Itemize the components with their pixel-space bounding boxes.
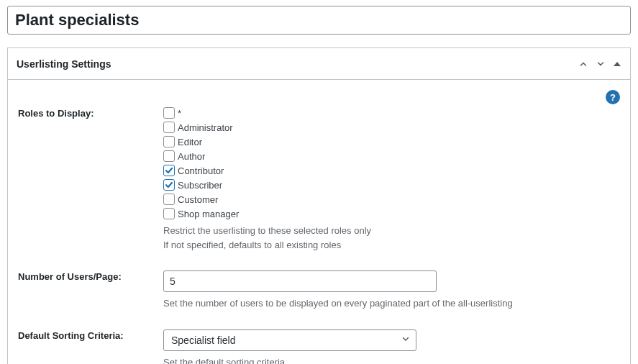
roles-desc-line1: Restrict the userlisting to these select… — [163, 224, 620, 238]
role-checkbox[interactable] — [163, 122, 175, 133]
role-checkbox[interactable] — [163, 107, 175, 119]
panel-body: Roles to Display: *AdministratorEditorAu… — [8, 104, 630, 364]
help-row: ? — [8, 80, 630, 104]
userlisting-settings-panel: Userlisting Settings ? Roles to Display:… — [7, 47, 631, 364]
role-option-label: Shop manager — [178, 209, 239, 219]
role-checkbox[interactable] — [163, 150, 175, 162]
sorting-label: Default Sorting Criteria: — [18, 329, 163, 341]
sorting-desc-line1: Set the default sorting criteria — [163, 355, 620, 365]
users-per-page-desc: Set the number of users to be displayed … — [163, 296, 620, 311]
role-option-label: Customer — [178, 194, 218, 205]
users-per-page-row: Number of Users/Page: Set the number of … — [18, 270, 620, 311]
role-option-label: Subscriber — [178, 180, 222, 191]
help-glyph: ? — [610, 92, 616, 103]
role-option: Editor — [163, 136, 620, 147]
users-per-page-input[interactable] — [163, 270, 437, 292]
sorting-body: Specialist field Set the default sorting… — [163, 329, 620, 365]
help-icon[interactable]: ? — [606, 90, 620, 104]
panel-header: Userlisting Settings — [8, 48, 630, 80]
roles-body: *AdministratorEditorAuthorContributorSub… — [163, 107, 620, 252]
roles-list: *AdministratorEditorAuthorContributorSub… — [163, 107, 620, 219]
role-option: Shop manager — [163, 208, 620, 219]
collapse-caret-icon[interactable] — [613, 60, 621, 68]
role-option-label: Administrator — [178, 122, 233, 133]
role-option: * — [163, 107, 620, 119]
role-checkbox[interactable] — [163, 136, 175, 147]
role-option: Author — [163, 150, 620, 162]
panel-heading: Userlisting Settings — [17, 58, 111, 70]
chevron-down-icon[interactable] — [596, 59, 606, 69]
roles-desc-line2: If not specified, defaults to all existi… — [163, 238, 620, 252]
page-title-box: Plant specialists — [7, 6, 631, 35]
sorting-select[interactable]: Specialist field — [163, 329, 416, 351]
role-option-label: * — [178, 108, 181, 119]
roles-desc: Restrict the userlisting to these select… — [163, 224, 620, 252]
users-per-page-label: Number of Users/Page: — [18, 270, 163, 282]
role-option-label: Contributor — [178, 165, 224, 176]
role-option-label: Editor — [178, 137, 202, 147]
role-checkbox[interactable] — [163, 208, 175, 219]
roles-label: Roles to Display: — [18, 107, 163, 119]
role-option-label: Author — [178, 151, 205, 162]
role-option: Customer — [163, 194, 620, 205]
page-title: Plant specialists — [15, 11, 139, 29]
role-checkbox[interactable] — [163, 194, 175, 205]
role-option: Subscriber — [163, 179, 620, 191]
role-option: Contributor — [163, 165, 620, 176]
role-checkbox[interactable] — [163, 165, 175, 176]
panel-handle-actions — [578, 59, 621, 69]
sorting-row: Default Sorting Criteria: Specialist fie… — [18, 329, 620, 365]
users-per-page-body: Set the number of users to be displayed … — [163, 270, 620, 311]
chevron-up-icon[interactable] — [578, 59, 588, 69]
role-option: Administrator — [163, 122, 620, 133]
role-checkbox[interactable] — [163, 179, 175, 191]
sorting-select-wrap: Specialist field — [163, 329, 416, 351]
roles-row: Roles to Display: *AdministratorEditorAu… — [18, 107, 620, 252]
sorting-desc: Set the default sorting criteria This ca… — [163, 355, 620, 365]
